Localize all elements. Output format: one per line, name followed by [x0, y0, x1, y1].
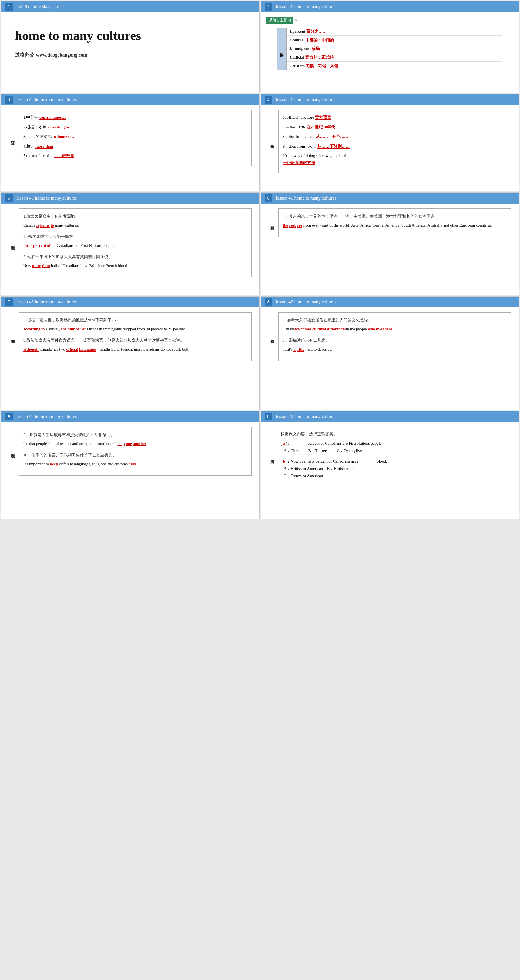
sent-9-10: 10．使不同的语言、宗教和习俗传承下去是重要的。 It's important … [23, 451, 247, 468]
sent-box-5: 1.加拿大是众多文化的发源地。 Canada is home to many c… [19, 208, 252, 277]
vocab-row-5: 5.custom 习惯；习俗；风俗 [277, 62, 503, 70]
panel-6-title: lesson 46 home to many cultures [276, 196, 336, 201]
phrase-side-label-4: 短语互译 [268, 110, 276, 173]
phrase-row-4-6: 6. official language 官方语言 [283, 114, 507, 121]
panel-9-num: 9 [5, 413, 13, 420]
sent-7-5: 5. 根据一项调查，欧洲移民的数量从90%下降到了25%…… according… [23, 316, 247, 333]
panel-2: 2 lesson 46 home to many cultures 课前自主预习… [261, 1, 519, 93]
quiz-q1: ( a )1.________ percent of Canadians are… [281, 440, 509, 455]
panel-9-header: 9 lesson 46 home to many cultures [2, 411, 259, 422]
phrase-row-4-9: 9．drop from…to… 从……下降到…… [283, 143, 507, 150]
sent-9-9: 9．那就是人们应该尊重和接受彼此并且互相帮助。 It's that people… [23, 431, 247, 447]
vocab-row-3: 3.immigrant 移民 [277, 45, 503, 53]
panel-7: 7 lesson 46 home to many cultures 句型在线 5… [1, 296, 260, 410]
sent-8-8: 8．那描述起来有点儿难。 That's a little hard to des… [283, 337, 507, 353]
panel-8-header: 8 lesson 46 home to many cultures [261, 297, 519, 307]
phrase-row-4-8: 8．rise from…to… 从……上升至…… [283, 133, 507, 140]
vocab-section-label: 单词闯关 [277, 27, 287, 70]
sent-box-6: 4．其余的来自世界各地：亚洲、非洲、中美洲、南美洲、澳大利亚和其他的欧洲国家。 … [278, 208, 511, 237]
subtitle: 道格办公-www.daogebangong.com [15, 52, 254, 58]
sent-6-4: 4．其余的来自世界各地：亚洲、非洲、中美洲、南美洲、澳大利亚和其他的欧洲国家。 … [283, 213, 507, 229]
sent-side-label-6: 句型在线 [268, 208, 276, 237]
sent-box-7: 5. 根据一项调查，欧洲移民的数量从90%下降到了25%…… according… [19, 312, 252, 361]
main-title: home to many cultures [15, 28, 254, 43]
panel-2-num: 2 [265, 3, 272, 11]
panel-9-title: lesson 46 home to many cultures [16, 414, 77, 419]
panel-1-num: 1 [5, 3, 13, 11]
phrase-box-4: 6. official language 官方语言 7.in the 1970s… [278, 110, 511, 173]
sent-box-9: 9．那就是人们应该尊重和接受彼此并且互相帮助。 It's that people… [19, 427, 252, 476]
panel-1-title: unit 8 culture shapes us [16, 4, 60, 10]
panel-10-num: 10 [265, 413, 272, 420]
vocab-cell-5: 5.custom 习惯；习俗；风俗 [287, 62, 503, 70]
panel-9: 9 lesson 46 home to many cultures 句型在线 9… [1, 411, 260, 519]
vocab-row-4: 4.official 官方的；正式的 [277, 54, 503, 62]
panel-3: 3 lesson 46 home to many cultures 短语互译 1… [1, 94, 260, 191]
panel-4-header: 4 lesson 46 home to many cultures [261, 94, 519, 105]
phrase-row-3-5: 5.the number of… ……的数量 [23, 153, 247, 159]
panel-7-num: 7 [5, 298, 13, 306]
sent-box-8: 7. 加拿大乐于接受居住在那里的人们的文化差异。 Canadawelcomes … [278, 312, 511, 361]
phrase-row-3-1: 1.中美洲 central america [23, 114, 247, 121]
panel-5-header: 5 lesson 46 home to many cultures [2, 193, 259, 204]
vocab-table: 单词闯关 1.percent 百分之…… 2.central 中部的；中间的 3… [276, 27, 503, 71]
panel-6-header: 6 lesson 46 home to many cultures [261, 193, 519, 204]
sent-5-3: 3. 现在一半以上的加拿大人具有英国或法国血统。 Now more than h… [23, 253, 247, 269]
phrase-row-3-2: 2.根据；依照 according to [23, 124, 247, 131]
preview-edit-icon[interactable]: ✎ [295, 18, 297, 22]
sent-8-7: 7. 加拿大乐于接受居住在那里的人们的文化差异。 Canadawelcomes … [283, 316, 507, 333]
phrase-row-3-3: 3. ……的发源地 be home to… [23, 133, 247, 140]
panel-10-title: lesson 46 home to many cultures [276, 414, 336, 419]
panel-3-num: 3 [5, 96, 13, 103]
panel-10-header: 10 lesson 46 home to many cultures [261, 411, 519, 422]
panel-4-num: 4 [265, 96, 272, 103]
sent-7-6: 6.虽然加拿大有两种官方语言——英语和法语，但是大部分加拿大人并非这两种语言都讲… [23, 337, 247, 353]
phrase-row-3-4: 4.超过 more than [23, 143, 247, 150]
panel-4-title: lesson 46 home to many cultures [276, 97, 336, 102]
phrase-row-4-10: 10．a way of doing sth./a way to do sth. … [283, 153, 507, 166]
quiz-q2: ( b )2.Now over fifty percent of Canadia… [281, 458, 509, 480]
panel-5: 5 lesson 46 home to many cultures 句型在线 1… [1, 192, 260, 295]
vocab-cell-1: 1.percent 百分之…… [287, 27, 503, 36]
panel-8-num: 8 [265, 298, 272, 306]
panel-5-title: lesson 46 home to many cultures [16, 196, 77, 201]
vocab-row-2: 2.central 中部的；中间的 [277, 36, 503, 45]
panel-10: 10 lesson 46 home to many cultures 课文初探 … [261, 411, 519, 519]
sent-5-2: 2. 3%的加拿大人是第一民族。 three percent of all Ca… [23, 233, 247, 249]
quiz-box-10: 根据课文内容，选择正确答案。 ( a )1.________ percent o… [276, 427, 514, 486]
sent-side-label-7: 句型在线 [9, 312, 16, 361]
sent-side-label-9: 句型在线 [9, 427, 16, 476]
panel-8-title: lesson 46 home to many cultures [276, 299, 336, 305]
panel-3-header: 3 lesson 46 home to many cultures [2, 94, 259, 105]
panel-4: 4 lesson 46 home to many cultures 短语互译 6… [261, 94, 519, 191]
sent-side-label-5: 句型在线 [9, 208, 16, 277]
panel-3-title: lesson 46 home to many cultures [16, 97, 77, 102]
panel-8: 8 lesson 46 home to many cultures 句型在线 7… [261, 296, 519, 410]
panel-1-header: 1 unit 8 culture shapes us [2, 2, 259, 12]
vocab-row-1: 单词闯关 1.percent 百分之…… [277, 27, 503, 36]
panel-5-num: 5 [5, 194, 13, 202]
quiz-side-label-10: 课文初探 [268, 427, 276, 486]
vocab-cell-3: 3.immigrant 移民 [287, 45, 503, 53]
phrase-box-3: 1.中美洲 central america 2.根据；依照 according … [19, 110, 252, 166]
vocab-cell-4: 4.official 官方的；正式的 [287, 54, 503, 62]
panel-2-title: lesson 46 home to many cultures [276, 4, 336, 10]
panel-6: 6 lesson 46 home to many cultures 句型在线 4… [261, 192, 519, 295]
sent-side-label-8: 句型在线 [268, 312, 276, 361]
sent-5-1: 1.加拿大是众多文化的发源地。 Canada is home to many c… [23, 213, 247, 229]
phrase-row-4-7: 7.in the 1970s 在20世纪70年代 [283, 124, 507, 131]
panel-7-header: 7 lesson 46 home to many cultures [2, 297, 259, 307]
phrase-side-label-3: 短语互译 [9, 110, 16, 166]
panel-6-num: 6 [265, 194, 272, 202]
preview-tag: 课前自主预习 [266, 17, 293, 24]
vocab-cell-2: 2.central 中部的；中间的 [287, 36, 503, 45]
panel-1: 1 unit 8 culture shapes us home to many … [1, 1, 260, 93]
panel-7-title: lesson 46 home to many cultures [16, 299, 77, 305]
panel-2-header: 2 lesson 46 home to many cultures [261, 2, 519, 12]
quiz-title: 根据课文内容，选择正确答案。 [281, 430, 509, 438]
